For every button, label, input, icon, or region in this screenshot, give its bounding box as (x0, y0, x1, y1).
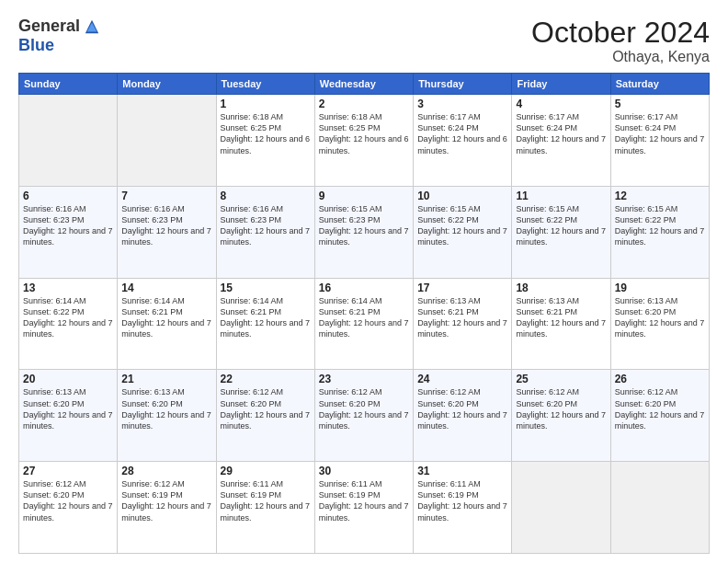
day-info: Sunrise: 6:12 AM Sunset: 6:20 PM Dayligh… (417, 386, 507, 431)
day-info: Sunrise: 6:15 AM Sunset: 6:23 PM Dayligh… (319, 203, 409, 248)
table-cell: 30Sunrise: 6:11 AM Sunset: 6:19 PM Dayli… (314, 462, 413, 554)
day-info: Sunrise: 6:15 AM Sunset: 6:22 PM Dayligh… (516, 203, 606, 248)
day-number: 17 (417, 282, 507, 294)
day-info: Sunrise: 6:12 AM Sunset: 6:20 PM Dayligh… (221, 386, 311, 431)
day-info: Sunrise: 6:16 AM Sunset: 6:23 PM Dayligh… (121, 203, 211, 248)
table-cell: 19Sunrise: 6:13 AM Sunset: 6:20 PM Dayli… (610, 278, 709, 370)
table-cell: 3Sunrise: 6:17 AM Sunset: 6:24 PM Daylig… (414, 95, 512, 187)
day-info: Sunrise: 6:12 AM Sunset: 6:20 PM Dayligh… (23, 478, 113, 523)
day-info: Sunrise: 6:16 AM Sunset: 6:23 PM Dayligh… (221, 203, 311, 248)
day-info: Sunrise: 6:13 AM Sunset: 6:21 PM Dayligh… (516, 295, 606, 340)
table-cell: 11Sunrise: 6:15 AM Sunset: 6:22 PM Dayli… (512, 186, 610, 278)
table-cell: 24Sunrise: 6:12 AM Sunset: 6:20 PM Dayli… (414, 370, 512, 462)
day-number: 3 (417, 98, 507, 110)
day-info: Sunrise: 6:12 AM Sunset: 6:20 PM Dayligh… (615, 386, 705, 431)
calendar-week-2: 6Sunrise: 6:16 AM Sunset: 6:23 PM Daylig… (19, 186, 710, 278)
table-cell: 2Sunrise: 6:18 AM Sunset: 6:25 PM Daylig… (314, 95, 413, 187)
day-info: Sunrise: 6:17 AM Sunset: 6:24 PM Dayligh… (615, 111, 705, 156)
col-sunday: Sunday (19, 74, 118, 95)
day-number: 5 (615, 98, 705, 110)
table-cell: 4Sunrise: 6:17 AM Sunset: 6:24 PM Daylig… (512, 95, 610, 187)
col-tuesday: Tuesday (216, 74, 314, 95)
day-info: Sunrise: 6:11 AM Sunset: 6:19 PM Dayligh… (221, 478, 311, 523)
day-number: 9 (319, 190, 409, 202)
day-number: 11 (516, 190, 606, 202)
day-number: 28 (121, 465, 211, 477)
page: General Blue October 2024 Othaya, Kenya … (0, 0, 728, 563)
table-cell: 1Sunrise: 6:18 AM Sunset: 6:25 PM Daylig… (216, 95, 314, 187)
col-friday: Friday (512, 74, 610, 95)
day-number: 25 (516, 373, 606, 385)
table-cell: 9Sunrise: 6:15 AM Sunset: 6:23 PM Daylig… (314, 186, 413, 278)
day-number: 22 (221, 373, 311, 385)
col-wednesday: Wednesday (314, 74, 413, 95)
col-monday: Monday (118, 74, 216, 95)
day-info: Sunrise: 6:14 AM Sunset: 6:21 PM Dayligh… (319, 295, 409, 340)
header: General Blue October 2024 Othaya, Kenya (18, 17, 710, 65)
logo-icon (84, 18, 100, 35)
calendar-week-1: 1Sunrise: 6:18 AM Sunset: 6:25 PM Daylig… (19, 95, 710, 187)
calendar-week-5: 27Sunrise: 6:12 AM Sunset: 6:20 PM Dayli… (19, 462, 710, 554)
table-cell: 28Sunrise: 6:12 AM Sunset: 6:19 PM Dayli… (118, 462, 216, 554)
day-number: 13 (23, 282, 113, 294)
day-number: 2 (319, 98, 409, 110)
calendar-header-row: Sunday Monday Tuesday Wednesday Thursday… (19, 74, 710, 95)
day-number: 1 (221, 98, 311, 110)
day-number: 19 (615, 282, 705, 294)
day-number: 16 (319, 282, 409, 294)
table-cell: 17Sunrise: 6:13 AM Sunset: 6:21 PM Dayli… (414, 278, 512, 370)
day-info: Sunrise: 6:15 AM Sunset: 6:22 PM Dayligh… (615, 203, 705, 248)
table-cell (512, 462, 610, 554)
day-number: 27 (23, 465, 113, 477)
day-info: Sunrise: 6:11 AM Sunset: 6:19 PM Dayligh… (319, 478, 409, 523)
title-block: October 2024 Othaya, Kenya (531, 17, 710, 65)
table-cell (118, 95, 216, 187)
day-info: Sunrise: 6:13 AM Sunset: 6:20 PM Dayligh… (23, 386, 113, 431)
table-cell: 21Sunrise: 6:13 AM Sunset: 6:20 PM Dayli… (118, 370, 216, 462)
day-info: Sunrise: 6:13 AM Sunset: 6:20 PM Dayligh… (121, 386, 211, 431)
logo: General Blue (18, 17, 100, 55)
day-info: Sunrise: 6:14 AM Sunset: 6:21 PM Dayligh… (121, 295, 211, 340)
day-info: Sunrise: 6:17 AM Sunset: 6:24 PM Dayligh… (417, 111, 507, 156)
logo-general-text: General (18, 17, 80, 36)
logo-blue-text: Blue (18, 36, 54, 54)
day-number: 30 (319, 465, 409, 477)
table-cell: 8Sunrise: 6:16 AM Sunset: 6:23 PM Daylig… (216, 186, 314, 278)
day-info: Sunrise: 6:14 AM Sunset: 6:21 PM Dayligh… (221, 295, 311, 340)
day-info: Sunrise: 6:14 AM Sunset: 6:22 PM Dayligh… (23, 295, 113, 340)
day-info: Sunrise: 6:16 AM Sunset: 6:23 PM Dayligh… (23, 203, 113, 248)
day-info: Sunrise: 6:17 AM Sunset: 6:24 PM Dayligh… (516, 111, 606, 156)
day-number: 4 (516, 98, 606, 110)
day-number: 14 (121, 282, 211, 294)
table-cell: 18Sunrise: 6:13 AM Sunset: 6:21 PM Dayli… (512, 278, 610, 370)
day-number: 24 (417, 373, 507, 385)
table-cell: 15Sunrise: 6:14 AM Sunset: 6:21 PM Dayli… (216, 278, 314, 370)
table-cell: 29Sunrise: 6:11 AM Sunset: 6:19 PM Dayli… (216, 462, 314, 554)
table-cell: 14Sunrise: 6:14 AM Sunset: 6:21 PM Dayli… (118, 278, 216, 370)
day-number: 18 (516, 282, 606, 294)
col-thursday: Thursday (414, 74, 512, 95)
day-number: 29 (221, 465, 311, 477)
day-number: 8 (221, 190, 311, 202)
table-cell: 20Sunrise: 6:13 AM Sunset: 6:20 PM Dayli… (19, 370, 118, 462)
month-title: October 2024 (531, 17, 710, 49)
day-info: Sunrise: 6:13 AM Sunset: 6:21 PM Dayligh… (417, 295, 507, 340)
day-number: 10 (417, 190, 507, 202)
table-cell: 10Sunrise: 6:15 AM Sunset: 6:22 PM Dayli… (414, 186, 512, 278)
table-cell: 31Sunrise: 6:11 AM Sunset: 6:19 PM Dayli… (414, 462, 512, 554)
day-number: 15 (221, 282, 311, 294)
day-number: 20 (23, 373, 113, 385)
day-number: 31 (417, 465, 507, 477)
location: Othaya, Kenya (531, 49, 710, 65)
table-cell (610, 462, 709, 554)
table-cell: 23Sunrise: 6:12 AM Sunset: 6:20 PM Dayli… (314, 370, 413, 462)
table-cell: 12Sunrise: 6:15 AM Sunset: 6:22 PM Dayli… (610, 186, 709, 278)
calendar-week-3: 13Sunrise: 6:14 AM Sunset: 6:22 PM Dayli… (19, 278, 710, 370)
day-number: 12 (615, 190, 705, 202)
table-cell: 25Sunrise: 6:12 AM Sunset: 6:20 PM Dayli… (512, 370, 610, 462)
day-number: 7 (121, 190, 211, 202)
table-cell: 7Sunrise: 6:16 AM Sunset: 6:23 PM Daylig… (118, 186, 216, 278)
day-number: 21 (121, 373, 211, 385)
day-info: Sunrise: 6:12 AM Sunset: 6:19 PM Dayligh… (121, 478, 211, 523)
table-cell: 6Sunrise: 6:16 AM Sunset: 6:23 PM Daylig… (19, 186, 118, 278)
